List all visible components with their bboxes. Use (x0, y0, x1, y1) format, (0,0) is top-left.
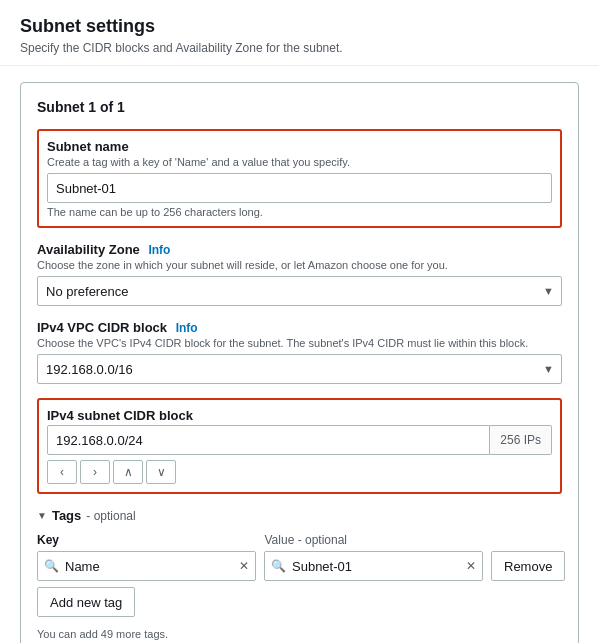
tag-key-input-wrapper: 🔍 ✕ (37, 551, 256, 581)
availability-zone-select-wrapper: No preference ▼ (37, 276, 562, 306)
subnet-name-label: Subnet name (47, 139, 552, 154)
tag-key-input[interactable] (65, 552, 233, 580)
cidr-prev-btn[interactable]: ‹ (47, 460, 77, 484)
tag-value-column-label: Value - optional (265, 533, 483, 547)
cidr-controls: ‹ › ∧ ∨ (47, 460, 552, 484)
main-content: Subnet 1 of 1 Subnet name Create a tag w… (0, 66, 599, 643)
ipv4-subnet-cidr-group: IPv4 subnet CIDR block 256 IPs ‹ › ∧ ∨ (37, 398, 562, 494)
ipv4-subnet-cidr-highlighted: IPv4 subnet CIDR block 256 IPs ‹ › ∧ ∨ (37, 398, 562, 494)
availability-zone-label: Availability Zone Info (37, 242, 562, 257)
tag-key-clear-btn[interactable]: ✕ (233, 559, 255, 573)
tag-column-labels: Key Value - optional (37, 533, 562, 547)
cidr-down-btn[interactable]: ∨ (146, 460, 176, 484)
page-description: Specify the CIDR blocks and Availability… (20, 41, 579, 55)
add-tag-wrapper: Add new tag (37, 587, 562, 623)
tag-value-clear-btn[interactable]: ✕ (460, 559, 482, 573)
ipv4-vpc-cidr-label: IPv4 VPC CIDR block Info (37, 320, 562, 335)
cidr-up-btn[interactable]: ∧ (113, 460, 143, 484)
tag-key-search-icon: 🔍 (38, 559, 65, 573)
tags-optional-label: - optional (86, 509, 135, 523)
ipv4-subnet-cidr-label: IPv4 subnet CIDR block (47, 408, 552, 423)
add-tag-note: You can add 49 more tags. (37, 628, 562, 640)
page-title: Subnet settings (20, 16, 579, 37)
tags-chevron-icon: ▼ (37, 510, 47, 521)
cidr-input-row: 256 IPs (47, 425, 552, 455)
ipv4-vpc-cidr-info-link[interactable]: Info (176, 321, 198, 335)
availability-zone-group: Availability Zone Info Choose the zone i… (37, 242, 562, 306)
tag-remove-row-button[interactable]: Remove (491, 551, 565, 581)
availability-zone-desc: Choose the zone in which your subnet wil… (37, 259, 562, 271)
tag-value-search-icon: 🔍 (265, 559, 292, 573)
subnet-section-title: Subnet 1 of 1 (37, 99, 562, 115)
ipv4-vpc-cidr-desc: Choose the VPC's IPv4 CIDR block for the… (37, 337, 562, 349)
subnet-section: Subnet 1 of 1 Subnet name Create a tag w… (20, 82, 579, 643)
subnet-name-group: Subnet name Create a tag with a key of '… (37, 129, 562, 228)
tag-row: 🔍 ✕ 🔍 ✕ Remove (37, 551, 562, 581)
ipv4-subnet-cidr-input[interactable] (47, 425, 490, 455)
tags-section: ▼ Tags - optional Key Value - optional (37, 508, 562, 643)
ipv4-vpc-cidr-select[interactable]: 192.168.0.0/16 (37, 354, 562, 384)
subnet-name-note: The name can be up to 256 characters lon… (47, 206, 552, 218)
ipv4-vpc-cidr-select-wrapper: 192.168.0.0/16 ▼ (37, 354, 562, 384)
subnet-name-desc: Create a tag with a key of 'Name' and a … (47, 156, 552, 168)
tag-value-input[interactable] (292, 552, 460, 580)
cidr-next-btn[interactable]: › (80, 460, 110, 484)
tag-value-input-wrapper: 🔍 ✕ (264, 551, 483, 581)
add-new-tag-button[interactable]: Add new tag (37, 587, 135, 617)
ipv4-vpc-cidr-group: IPv4 VPC CIDR block Info Choose the VPC'… (37, 320, 562, 384)
page-container: Subnet settings Specify the CIDR blocks … (0, 0, 599, 643)
tags-title: Tags (52, 508, 81, 523)
tags-header[interactable]: ▼ Tags - optional (37, 508, 562, 523)
subnet-name-input[interactable] (47, 173, 552, 203)
page-header: Subnet settings Specify the CIDR blocks … (0, 0, 599, 66)
availability-zone-select[interactable]: No preference (37, 276, 562, 306)
cidr-ip-count: 256 IPs (490, 425, 552, 455)
availability-zone-info-link[interactable]: Info (148, 243, 170, 257)
tag-key-column-label: Key (37, 533, 255, 547)
tag-spacer (492, 533, 562, 547)
subnet-name-highlighted: Subnet name Create a tag with a key of '… (37, 129, 562, 228)
